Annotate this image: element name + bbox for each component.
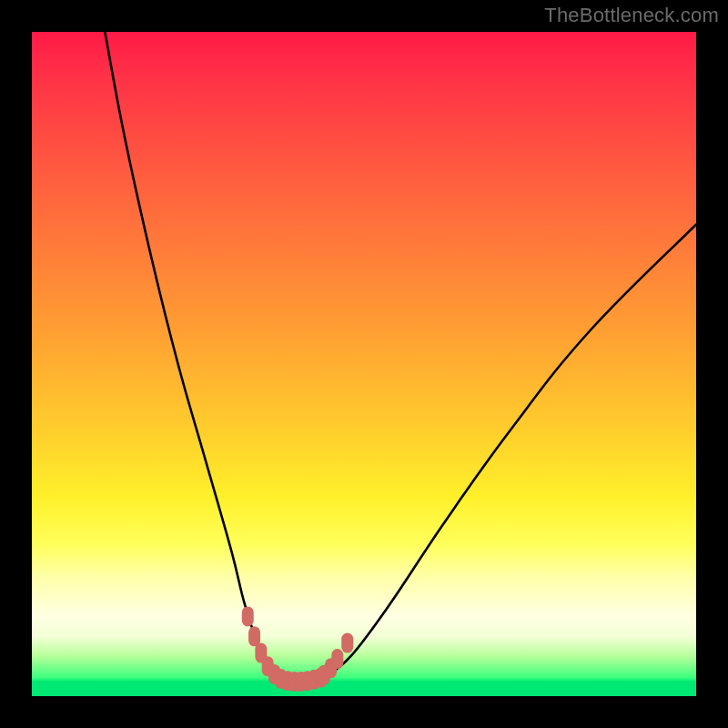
highlight-dot bbox=[248, 626, 260, 646]
bottleneck-curve-path bbox=[105, 32, 696, 682]
watermark-text: TheBottleneck.com bbox=[544, 4, 719, 27]
highlight-dot bbox=[242, 606, 254, 626]
chart-frame: TheBottleneck.com bbox=[0, 0, 728, 728]
highlight-dot bbox=[331, 649, 343, 669]
bottleneck-curve bbox=[105, 32, 696, 682]
highlight-dots bbox=[242, 606, 354, 692]
plot-area bbox=[32, 32, 696, 696]
curve-layer bbox=[32, 32, 696, 696]
highlight-dot bbox=[341, 633, 353, 653]
